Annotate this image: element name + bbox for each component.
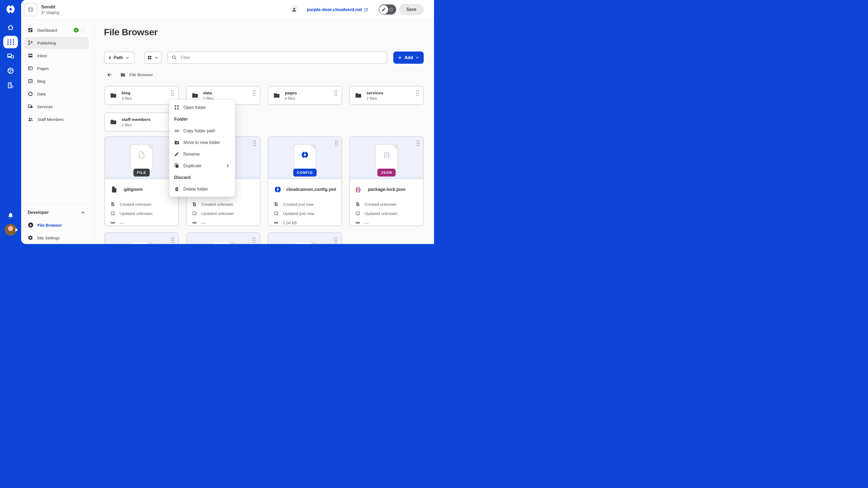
- view-mode-button[interactable]: [144, 52, 162, 64]
- breadcrumb-label[interactable]: File Browser: [129, 72, 153, 77]
- file-grid: FILE .gitignore Created unknown Updated …: [104, 136, 424, 226]
- file-preview: FILE: [105, 137, 178, 179]
- sidebar-item-services[interactable]: Services: [24, 101, 89, 112]
- file-card-gitignore[interactable]: FILE .gitignore Created unknown Updated …: [104, 136, 179, 226]
- updated-label: Updated unknown: [201, 211, 234, 216]
- folder-icon: [120, 72, 126, 77]
- file-card-package-lock[interactable]: {i} JSON {i} package-lock.json Created u…: [349, 136, 424, 226]
- menu-item-copy-folder-path[interactable]: Copy folder path: [169, 125, 235, 137]
- menu-item-duplicate[interactable]: Duplicate: [169, 160, 235, 172]
- sort-button[interactable]: Path: [104, 52, 134, 64]
- calendar-edit-icon: [192, 211, 197, 216]
- expand-sidebar-arrow-icon[interactable]: [16, 228, 18, 232]
- sidebar-item-publishing[interactable]: Publishing: [24, 37, 89, 49]
- organization-gear-icon[interactable]: [7, 82, 14, 89]
- sidebar-item-site-settings[interactable]: Site Settings: [28, 235, 60, 240]
- globe-icon[interactable]: [7, 67, 14, 74]
- folder-grid: blog 3 files data 2 files pages 6 files: [104, 86, 424, 131]
- sidebar-item-file-browser[interactable]: File Browser: [28, 222, 62, 228]
- folder-context-menu: Open folder Folder Copy folder path Move…: [169, 99, 235, 197]
- updated-label: Updated just now: [283, 211, 314, 216]
- branch-row: staging: [41, 10, 59, 14]
- folder-file-count: 3 files: [122, 96, 132, 101]
- chevron-down-icon: [125, 56, 130, 60]
- drag-handle-icon[interactable]: [170, 237, 175, 243]
- json-file-icon: {i}: [355, 186, 364, 193]
- cloudcannon-file-icon: [274, 186, 282, 193]
- sidebar-item-inbox[interactable]: Inbox: [24, 50, 89, 62]
- drag-handle-icon[interactable]: [334, 90, 338, 96]
- sidebar-nav: Dashboard Publishing Inbox Pages Blo: [21, 19, 92, 125]
- git-branch-icon: [41, 10, 45, 14]
- dashboard-status: [74, 28, 86, 33]
- add-button[interactable]: Add: [393, 52, 424, 64]
- site-identity: Sendit staging: [41, 4, 59, 14]
- sidebar-item-staff-members[interactable]: Staff Members: [24, 113, 89, 125]
- folder-card-pages[interactable]: pages 6 files: [268, 86, 342, 105]
- sidebar: Dashboard Publishing Inbox Pages Blo: [21, 19, 92, 244]
- sidebar-item-label: Publishing: [37, 41, 56, 45]
- calendar-edit-icon: [355, 211, 360, 216]
- folder-card-staff-members[interactable]: staff-members 2 files: [104, 112, 179, 131]
- drag-handle-icon[interactable]: [416, 140, 420, 146]
- back-arrow-icon[interactable]: [106, 72, 113, 78]
- menu-item-open-folder[interactable]: Open folder: [169, 102, 235, 113]
- drag-handle-icon[interactable]: [252, 237, 256, 243]
- data-refresh-icon: [28, 91, 33, 97]
- cloudcannon-logo-icon[interactable]: [5, 4, 16, 14]
- sidebar-item-blog[interactable]: Blog: [24, 75, 89, 87]
- toolbar: Path Add: [104, 52, 424, 64]
- topbar-actions: purple-door.cloudvent.net Save: [289, 4, 424, 15]
- person-icon[interactable]: [289, 5, 299, 14]
- drag-handle-icon[interactable]: [334, 237, 338, 243]
- devices-icon[interactable]: [7, 53, 14, 60]
- sidebar-item-dashboard[interactable]: Dashboard: [24, 24, 89, 36]
- gear-icon: [388, 7, 394, 12]
- user-avatar[interactable]: [5, 224, 17, 236]
- folder-file-count: 2 files: [122, 123, 151, 127]
- folder-card-services[interactable]: services 2 files: [349, 86, 424, 105]
- menu-item-label: Duplicate: [183, 163, 202, 168]
- github-icon: [28, 222, 34, 228]
- menu-section-folder: Folder: [169, 113, 235, 125]
- folder-card-blog[interactable]: blog 3 files: [104, 86, 179, 105]
- file-name: .gitignore: [123, 187, 143, 192]
- sidebar-item-label: File Browser: [37, 223, 62, 227]
- app-rail: [0, 0, 21, 244]
- sidebar-item-data[interactable]: Data: [24, 88, 89, 100]
- menu-section-discard: Discard: [169, 172, 235, 183]
- chevron-down-icon: [155, 56, 159, 60]
- apps-grid-icon[interactable]: [3, 36, 18, 48]
- save-button[interactable]: Save: [399, 4, 424, 15]
- drag-handle-icon[interactable]: [170, 90, 175, 96]
- file-card-partial[interactable]: [268, 232, 342, 244]
- file-card-partial[interactable]: [186, 232, 260, 244]
- menu-item-rename[interactable]: Rename: [169, 148, 235, 160]
- menu-item-move-to-new-folder[interactable]: Move to new folder: [169, 137, 235, 148]
- editor-mode-toggle[interactable]: [378, 4, 397, 15]
- filter-input[interactable]: [167, 52, 387, 64]
- drag-handle-icon[interactable]: [253, 140, 257, 146]
- ruler-icon: [274, 220, 279, 225]
- menu-item-delete-folder[interactable]: Delete folder: [169, 183, 235, 195]
- file-card-partial[interactable]: [104, 232, 179, 244]
- home-icon[interactable]: [7, 24, 14, 31]
- site-logo-tile[interactable]: [24, 3, 37, 16]
- drag-handle-icon[interactable]: [252, 90, 256, 96]
- folder-icon: [354, 92, 362, 99]
- drag-handle-icon[interactable]: [415, 90, 420, 96]
- duplicate-icon: [174, 163, 180, 168]
- folder-name: data: [203, 90, 214, 95]
- file-card-cloudcannon-config[interactable]: CONFIG cloudcannon.config.yml Created ju…: [268, 136, 342, 226]
- file-preview: CONFIG: [268, 137, 341, 179]
- menu-item-label: Rename: [183, 152, 199, 157]
- app-sheet: Sendit staging purple-door.cloudvent.net…: [21, 0, 434, 244]
- developer-heading-row[interactable]: Developer: [28, 210, 86, 215]
- bell-icon[interactable]: [7, 212, 14, 219]
- folder-file-count: 6 files: [285, 96, 297, 101]
- drag-handle-icon[interactable]: [335, 140, 338, 146]
- live-site-link[interactable]: purple-door.cloudvent.net: [307, 7, 368, 12]
- developer-heading: Developer: [28, 210, 49, 215]
- sidebar-item-pages[interactable]: Pages: [24, 62, 89, 74]
- file-type-badge: FILE: [133, 169, 150, 176]
